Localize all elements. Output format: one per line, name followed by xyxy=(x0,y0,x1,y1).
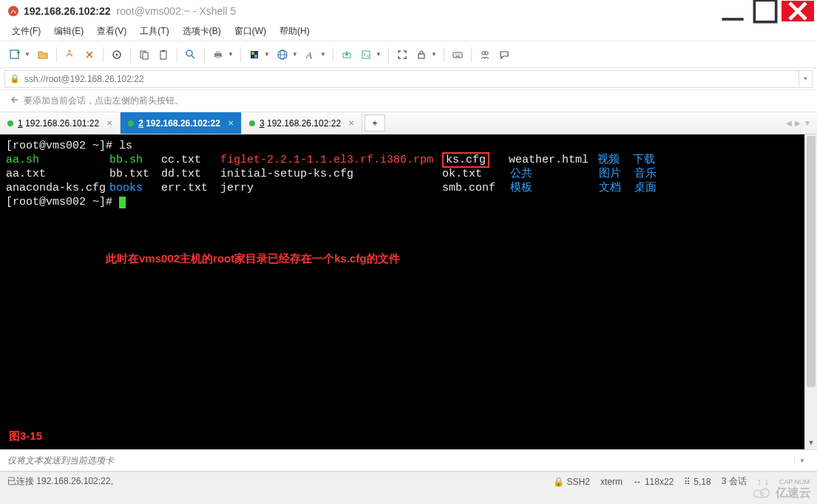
status-sessions: 3 会话 xyxy=(722,475,747,488)
reconnect-icon[interactable] xyxy=(61,46,79,64)
properties-icon[interactable] xyxy=(108,46,126,64)
menu-window[interactable]: 窗口(W) xyxy=(228,23,272,40)
scroll-down-icon[interactable]: ▼ xyxy=(805,437,817,449)
svg-rect-2 xyxy=(754,0,776,21)
status-bar: 已连接 192.168.26.102:22。 🔒SSH2 xterm ↔118x… xyxy=(0,471,817,491)
svg-rect-30 xyxy=(453,52,462,58)
title-session: root@vms002:~ - Xshell 5 xyxy=(117,5,237,17)
script-dropdown[interactable]: ▼ xyxy=(376,51,382,58)
new-session-icon[interactable] xyxy=(6,46,24,64)
hint-text: 要添加当前会话，点击左侧的箭头按钮。 xyxy=(24,95,183,107)
address-text: ssh://root@192.168.26.102:22 xyxy=(24,74,144,84)
status-dot-icon xyxy=(128,120,134,126)
new-session-dropdown[interactable]: ▼ xyxy=(24,51,30,58)
add-tab-button[interactable]: + xyxy=(365,115,385,132)
status-size: ↔118x22 xyxy=(633,477,674,487)
minimize-button[interactable] xyxy=(716,1,749,21)
tab-prev-icon[interactable]: ◀ xyxy=(786,119,792,127)
vertical-scrollbar[interactable]: ▲ ▼ xyxy=(804,134,817,449)
send-bar: ▼ xyxy=(0,449,817,471)
svg-point-8 xyxy=(69,50,71,52)
fullscreen-icon[interactable] xyxy=(393,46,411,64)
svg-point-34 xyxy=(458,53,458,54)
status-cursor: ⠿5,18 xyxy=(684,477,711,487)
hint-arrow-icon[interactable] xyxy=(9,95,19,107)
tab-close-icon[interactable]: ✕ xyxy=(106,119,112,127)
size-icon: ↔ xyxy=(633,477,642,487)
menu-view[interactable]: 查看(V) xyxy=(91,23,132,40)
encoding-icon[interactable] xyxy=(274,46,291,64)
title-host: 192.168.26.102:22 xyxy=(24,5,111,17)
toolbar: ▼ ▼ ▼ ▼ A ▼ ▼ ▼ xyxy=(0,41,817,68)
tab-list-icon[interactable]: ▼ xyxy=(804,119,811,127)
keyboard-icon[interactable] xyxy=(449,46,467,64)
sessions-icon[interactable] xyxy=(476,46,494,64)
disconnect-icon[interactable] xyxy=(81,46,98,64)
svg-rect-29 xyxy=(418,54,424,58)
svg-rect-22 xyxy=(254,55,257,58)
maximize-button[interactable] xyxy=(749,1,782,21)
address-bar: 🔒 ssh://root@192.168.26.102:22 ▼ xyxy=(0,68,817,90)
print-icon[interactable] xyxy=(209,46,227,64)
ssh-lock-icon: 🔒 xyxy=(553,477,564,487)
svg-point-39 xyxy=(761,493,764,496)
transfer-icon[interactable] xyxy=(338,46,356,64)
figure-label: 图3-15 xyxy=(9,429,42,443)
annotation-text: 此时在vms002主机的root家目录已经存在一个ks.cfg的文件 xyxy=(106,252,400,265)
status-caps: CAP NUM xyxy=(779,478,810,486)
color-scheme-icon[interactable] xyxy=(245,46,263,64)
paste-icon[interactable] xyxy=(155,46,172,64)
tab-2[interactable]: 2 192.168.26.102:22 ✕ xyxy=(121,112,242,134)
svg-rect-14 xyxy=(162,50,165,52)
svg-line-16 xyxy=(191,55,194,58)
tab-1[interactable]: 1 192.168.26.101:22 ✕ xyxy=(0,112,121,134)
scroll-thumb[interactable] xyxy=(807,136,816,387)
svg-rect-5 xyxy=(10,50,18,58)
menu-edit[interactable]: 编辑(E) xyxy=(48,23,89,40)
title-bar: 192.168.26.102:22 root@vms002:~ - Xshell… xyxy=(0,0,817,22)
svg-point-32 xyxy=(455,53,455,54)
menu-tabs[interactable]: 选项卡(B) xyxy=(177,23,227,40)
close-button[interactable] xyxy=(782,1,814,21)
menu-tools[interactable]: 工具(T) xyxy=(134,23,174,40)
svg-point-33 xyxy=(456,53,457,54)
tab-3[interactable]: 3 192.168.26.102:22 ✕ xyxy=(242,112,362,134)
send-dropdown[interactable]: ▼ xyxy=(794,457,810,464)
status-connection: 已连接 192.168.26.102:22。 xyxy=(7,475,119,488)
svg-rect-28 xyxy=(362,51,370,58)
menu-help[interactable]: 帮助(H) xyxy=(274,23,316,40)
menu-file[interactable]: 文件(F) xyxy=(6,23,47,40)
send-input[interactable] xyxy=(7,455,794,466)
lock-dropdown[interactable]: ▼ xyxy=(431,51,437,58)
tab-bar: 1 192.168.26.101:22 ✕ 2 192.168.26.102:2… xyxy=(0,112,817,134)
print-dropdown[interactable]: ▼ xyxy=(228,51,234,58)
terminal-area: [root@vms002 ~]# lsaa.shbb.shcc.txtfigle… xyxy=(0,134,817,449)
menu-bar: 文件(F) 编辑(E) 查看(V) 工具(T) 选项卡(B) 窗口(W) 帮助(… xyxy=(0,22,817,41)
tab-close-icon[interactable]: ✕ xyxy=(348,119,354,127)
hint-bar: 要添加当前会话，点击左侧的箭头按钮。 xyxy=(0,90,817,112)
font-icon[interactable]: A xyxy=(302,46,319,64)
status-dot-icon xyxy=(7,120,13,126)
lock-icon[interactable] xyxy=(413,46,430,64)
tab-nav: ◀ ▶ ▼ xyxy=(786,112,817,134)
status-term: xterm xyxy=(600,477,623,487)
color-dropdown[interactable]: ▼ xyxy=(264,51,270,58)
svg-point-10 xyxy=(116,53,118,55)
address-dropdown[interactable]: ▼ xyxy=(799,70,813,88)
chat-icon[interactable] xyxy=(495,46,513,64)
svg-rect-21 xyxy=(251,52,254,55)
terminal[interactable]: [root@vms002 ~]# lsaa.shbb.shcc.txtfigle… xyxy=(0,134,804,449)
svg-point-35 xyxy=(459,53,460,54)
address-input[interactable]: 🔒 ssh://root@192.168.26.102:22 xyxy=(4,70,799,88)
copy-icon[interactable] xyxy=(135,46,153,64)
status-dot-icon xyxy=(249,120,255,126)
open-session-icon[interactable] xyxy=(34,46,52,64)
tab-close-icon[interactable]: ✕ xyxy=(228,119,234,127)
script-icon[interactable] xyxy=(357,46,375,64)
font-dropdown[interactable]: ▼ xyxy=(320,51,326,58)
find-icon[interactable] xyxy=(182,46,200,64)
svg-text:A: A xyxy=(305,50,312,61)
encoding-dropdown[interactable]: ▼ xyxy=(292,51,298,58)
tab-next-icon[interactable]: ▶ xyxy=(795,119,801,127)
svg-rect-12 xyxy=(143,52,148,59)
